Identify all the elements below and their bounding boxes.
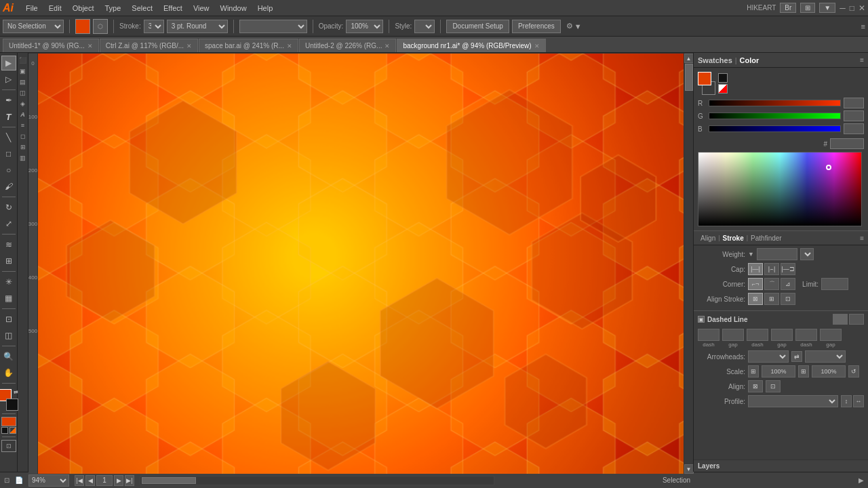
next-page-btn[interactable]: ▶: [114, 475, 123, 486]
bridge-button[interactable]: Br: [780, 3, 796, 13]
tab-close-5[interactable]: ✕: [534, 43, 540, 49]
preferences-button[interactable]: Preferences: [512, 20, 561, 33]
rotate-tool[interactable]: ↻: [1, 200, 16, 215]
canvas-area[interactable]: [38, 54, 684, 474]
align-inside-btn[interactable]: ⊞: [764, 293, 779, 305]
tab-close-1[interactable]: ✕: [87, 43, 93, 49]
hex-input[interactable]: [830, 138, 864, 149]
cap-square-btn[interactable]: |—⊐: [781, 263, 795, 275]
stroke-tab[interactable]: Stroke: [720, 235, 747, 242]
scroll-track[interactable]: [684, 63, 694, 464]
menu-file[interactable]: File: [20, 3, 43, 14]
screen-mode-btn[interactable]: ⊡: [1, 440, 16, 452]
scale2-input[interactable]: [812, 365, 846, 378]
hscroll-thumb[interactable]: [142, 477, 196, 484]
scroll-right-btn[interactable]: ▶: [859, 476, 864, 484]
line-tool[interactable]: ╲: [1, 130, 16, 145]
menu-type[interactable]: Type: [100, 3, 127, 14]
stroke-weight-select[interactable]: 3: [144, 20, 164, 33]
gradient-icon[interactable]: ▤: [18, 77, 28, 87]
eraser-tool[interactable]: ◫: [1, 328, 16, 343]
arrowhead-start-select[interactable]: [748, 350, 789, 363]
dashed-icon-1[interactable]: [833, 314, 848, 325]
brush-tool[interactable]: 🖌: [1, 179, 16, 194]
layers-icon[interactable]: ▥: [18, 153, 28, 163]
zoom-tool[interactable]: 🔍: [1, 349, 16, 364]
pathfinder-icon[interactable]: ◻: [18, 131, 28, 141]
scroll-up-btn[interactable]: ▲: [684, 54, 694, 63]
corner-round-btn[interactable]: ⌒: [764, 278, 779, 290]
menu-window[interactable]: Window: [215, 3, 252, 14]
appearance-icon[interactable]: ◈: [18, 99, 28, 108]
menu-view[interactable]: View: [188, 3, 215, 14]
menu-effect[interactable]: Effect: [158, 3, 188, 14]
dash-input-3[interactable]: [795, 329, 817, 341]
free-transform-tool[interactable]: ⊞: [1, 253, 16, 268]
warp-tool[interactable]: ≋: [1, 237, 16, 252]
dashed-icon-2[interactable]: [849, 314, 864, 325]
scale-tool[interactable]: ⤢: [1, 216, 16, 231]
dash-input-1[interactable]: [698, 329, 719, 341]
arrange-icon[interactable]: ⚙: [566, 22, 573, 30]
arrange-button[interactable]: ⊞: [800, 3, 815, 13]
color-mode-btn[interactable]: [1, 417, 16, 426]
align-center-btn[interactable]: ⊠: [748, 293, 763, 305]
color-icon[interactable]: ⬛: [18, 56, 28, 65]
b-slider[interactable]: [709, 125, 841, 132]
color-spectrum[interactable]: [698, 152, 862, 226]
color-panel-options[interactable]: ≡: [860, 56, 864, 64]
artwork-canvas[interactable]: [38, 54, 684, 474]
black-swatch[interactable]: [718, 73, 728, 83]
corner-bevel-btn[interactable]: ⊿: [781, 278, 795, 290]
scale-flip-btn[interactable]: ↺: [848, 365, 859, 378]
align-outside-btn[interactable]: ⊡: [781, 293, 795, 305]
scale2-link-btn[interactable]: ⊞: [798, 365, 809, 378]
zoom-select[interactable]: 94%: [28, 474, 69, 487]
rect-tool[interactable]: □: [1, 146, 16, 161]
none-btn[interactable]: [9, 427, 16, 434]
close-button[interactable]: ✕: [859, 3, 865, 13]
menu-help[interactable]: Help: [252, 3, 279, 14]
stroke-panel-icon[interactable]: ▣: [18, 66, 28, 76]
weight-unit-select[interactable]: [800, 248, 814, 260]
r-slider[interactable]: [709, 100, 841, 106]
tab-background[interactable]: background nr1.ai* @ 94% (RGB/Preview) ✕: [397, 39, 545, 52]
last-page-btn[interactable]: ▶|: [125, 475, 134, 486]
transform-icon[interactable]: ⊞: [18, 142, 28, 152]
swatches-tab[interactable]: Swatches: [698, 56, 732, 64]
gap-input-2[interactable]: [771, 329, 793, 341]
tab-close-4[interactable]: ✕: [384, 43, 390, 49]
g-slider[interactable]: [709, 113, 841, 119]
stroke-swatch[interactable]: ⬡: [93, 19, 108, 34]
page-icon[interactable]: 📄: [15, 476, 23, 484]
tab-ctrlz[interactable]: Ctrl Z.ai @ 117% (RGB/... ✕: [100, 39, 198, 52]
scale1-link-btn[interactable]: ⊞: [748, 365, 759, 378]
panel-toggle-icon[interactable]: ≡: [861, 22, 865, 30]
transparency-icon[interactable]: ◫: [18, 88, 28, 98]
menu-select[interactable]: Select: [126, 3, 158, 14]
weight-decrement[interactable]: ▼: [748, 251, 754, 258]
symbol-tool[interactable]: ✳: [1, 274, 16, 289]
corner-miter-btn[interactable]: ⌐¬: [748, 278, 763, 290]
pen-tool[interactable]: ✒: [1, 93, 16, 108]
stroke-color[interactable]: [6, 399, 18, 411]
profile-extra-btn[interactable]: ↔: [853, 395, 864, 407]
dashed-toggle[interactable]: ▣: [698, 316, 705, 323]
scroll-thumb[interactable]: [685, 64, 693, 91]
g-input[interactable]: [844, 110, 864, 121]
foreground-swatch[interactable]: [698, 72, 711, 85]
color-tab[interactable]: Color: [740, 56, 760, 64]
limit-input[interactable]: [821, 278, 848, 290]
variable-select[interactable]: [239, 20, 307, 33]
slice-tool[interactable]: ⊡: [1, 312, 16, 327]
minimize-button[interactable]: ─: [840, 3, 846, 13]
gap-input-1[interactable]: [722, 329, 744, 341]
restore-button[interactable]: □: [850, 3, 854, 13]
hand-tool[interactable]: ✋: [1, 365, 16, 380]
doc-setup-button[interactable]: Document Setup: [446, 20, 509, 33]
stroke-panel-options[interactable]: ≡: [860, 235, 864, 242]
none-swatch[interactable]: [718, 84, 728, 94]
selection-dropdown[interactable]: No Selection: [3, 20, 64, 33]
horizontal-scrollbar[interactable]: [140, 476, 494, 485]
r-input[interactable]: [844, 98, 864, 108]
